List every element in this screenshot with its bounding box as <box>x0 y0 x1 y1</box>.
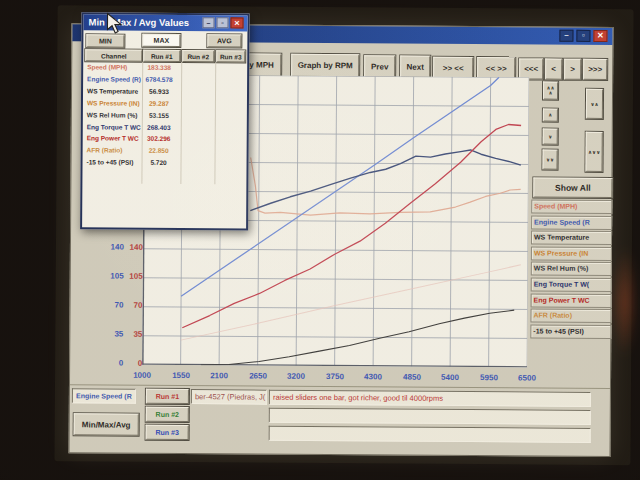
channel-name: AFR (Ratio) <box>87 146 123 153</box>
legend-scroll-button-1[interactable]: ∧ <box>543 109 558 122</box>
column-header-run2: Run #2 <box>182 50 214 62</box>
run-label-2[interactable]: Run #2 <box>146 407 189 422</box>
toolbar-button-4[interactable]: >> << <box>433 57 473 79</box>
channel-name: WS Rel Hum (%) <box>87 111 138 118</box>
dialog-row-3: WS Pressure (IN)29.287 <box>83 99 247 111</box>
minmaxavg-dialog: Min / Max / Avg Values – ▫ ✕ MIN MAX AVG… <box>80 12 250 230</box>
run1-value: 53.155 <box>138 112 180 119</box>
legend-item-4[interactable]: WS Rel Hum (%) <box>531 261 612 276</box>
channel-name: WS Pressure (IN) <box>87 99 140 106</box>
dialog-row-4: WS Rel Hum (%)53.155 <box>83 111 247 123</box>
toolbar-button-1[interactable]: Graph by RPM <box>291 54 359 77</box>
x-tick-3: 2650 <box>243 371 273 381</box>
legend-scroll-button-3[interactable]: ∨∨ <box>542 150 557 170</box>
run-label-1[interactable]: Run #1 <box>146 389 189 404</box>
dialog-title: Min / Max / Avg Values <box>88 16 189 28</box>
y-tick-blue-4: 0 <box>97 358 123 368</box>
legend-scroll-button-4[interactable]: ∨∧ <box>586 89 603 119</box>
x-channel-selector[interactable]: Engine Speed (R <box>72 388 136 403</box>
series-afr-ratio <box>250 158 521 217</box>
run1-value: 22.850 <box>138 147 180 154</box>
x-tick-9: 5950 <box>474 373 504 383</box>
toolbar-button-5[interactable]: << >> <box>477 57 515 79</box>
legend-item-6[interactable]: Eng Power T WC <box>531 293 612 308</box>
legend-item-3[interactable]: WS Pressure (IN <box>531 246 612 261</box>
legend-item-8[interactable]: -15 to +45 (PSI) <box>530 324 611 339</box>
x-tick-2: 2100 <box>204 371 234 381</box>
legend-scroll-button-0[interactable]: ∧∧∧ <box>543 82 558 100</box>
mouse-cursor <box>106 13 122 35</box>
dialog-close-button[interactable]: ✕ <box>230 17 243 28</box>
min-max-avg-button[interactable]: Min/Max/Avg <box>74 413 139 435</box>
y-tick-red-0: 140 <box>126 243 143 253</box>
y-tick-blue-0: 140 <box>98 242 124 252</box>
x-tick-7: 4850 <box>397 373 427 383</box>
legend-scroll-button-2[interactable]: ∨ <box>543 129 558 145</box>
run1-value: 56.933 <box>138 88 180 95</box>
run1-value: 29.287 <box>138 100 180 107</box>
run1-value: 268.403 <box>138 124 180 131</box>
dialog-row-0: Speed (MPH)183.338 <box>83 63 247 75</box>
column-header-run3: Run #3 <box>216 50 245 62</box>
run-comment-field-2[interactable] <box>269 408 591 425</box>
x-tick-10: 6500 <box>512 373 542 383</box>
max-mode-button[interactable]: MAX <box>142 34 180 47</box>
legend-scroll-button-5[interactable]: ∧∨∨ <box>585 132 602 172</box>
y-tick-blue-3: 35 <box>97 329 123 339</box>
window-minimize-button[interactable]: – <box>559 30 573 42</box>
dialog-row-6: Eng Power T WC302.296 <box>83 134 247 146</box>
dialog-row-8: -15 to +45 (PSI)5.720 <box>82 158 246 170</box>
run1-value: 183.338 <box>138 64 180 71</box>
channel-name: WS Temperature <box>87 87 138 94</box>
show-all-button[interactable]: Show All <box>533 177 612 198</box>
channel-name: Eng Power T WC <box>87 134 139 141</box>
channel-name: Eng Torque T WC <box>87 123 141 130</box>
channel-name: -15 to +45 (PSI) <box>87 158 134 165</box>
run-file-field[interactable]: ber-4527 (Piedras, J( <box>191 389 267 405</box>
legend-item-7[interactable]: AFR (Ratio) <box>530 308 611 323</box>
toolbar-button-8[interactable]: > <box>564 59 581 80</box>
channel-name: Engine Speed (R) <box>87 75 141 82</box>
legend-item-2[interactable]: WS Temperature <box>531 230 612 245</box>
legend-item-0[interactable]: Speed (MPH) <box>531 199 612 214</box>
column-header-channel: Channel <box>85 49 142 61</box>
x-tick-1: 1550 <box>166 371 196 381</box>
channel-name: Speed (MPH) <box>87 63 127 70</box>
y-tick-red-2: 70 <box>126 301 143 311</box>
legend-item-5[interactable]: Eng Torque T W( <box>531 277 612 292</box>
dialog-minimize-button[interactable]: – <box>202 17 214 28</box>
x-tick-0: 1000 <box>127 371 157 381</box>
y-tick-blue-2: 70 <box>98 300 124 310</box>
toolbar-button-6[interactable]: <<< <box>519 58 543 79</box>
y-tick-red-3: 35 <box>125 330 142 340</box>
window-maximize-button[interactable]: ▫ <box>576 30 590 42</box>
run1-value: 6784.578 <box>138 76 180 83</box>
column-header-run1: Run #1 <box>143 50 180 62</box>
x-tick-5: 3750 <box>320 372 350 382</box>
dialog-row-1: Engine Speed (R)6784.578 <box>83 75 247 87</box>
toolbar-button-3[interactable]: Next <box>400 56 430 78</box>
run-comment-field-3[interactable] <box>269 426 591 443</box>
run-comment-field-1[interactable]: raised sliders one bar, got richer, good… <box>269 390 591 407</box>
x-tick-8: 5400 <box>435 373 465 383</box>
avg-mode-button[interactable]: AVG <box>207 34 241 47</box>
run-label-3[interactable]: Run #3 <box>146 425 189 440</box>
dialog-row-2: WS Temperature56.933 <box>83 87 247 99</box>
x-tick-6: 4300 <box>358 372 388 382</box>
run1-value: 5.720 <box>138 159 180 166</box>
run1-value: 302.296 <box>138 135 180 142</box>
toolbar-button-9[interactable]: >>> <box>583 59 607 80</box>
toolbar-button-2[interactable]: Prev <box>364 55 395 77</box>
dialog-row-7: AFR (Ratio)22.850 <box>83 146 247 158</box>
y-tick-blue-1: 105 <box>98 271 124 281</box>
y-tick-red-4: 0 <box>125 359 142 369</box>
series-speed-mph <box>181 262 521 342</box>
toolbar-button-7[interactable]: < <box>545 59 562 80</box>
dialog-maximize-button[interactable]: ▫ <box>216 17 228 28</box>
x-tick-4: 3200 <box>281 372 311 382</box>
window-close-button[interactable]: ✕ <box>593 30 607 42</box>
screen-glare <box>611 247 638 357</box>
min-mode-button[interactable]: MIN <box>86 34 124 47</box>
legend-item-1[interactable]: Engine Speed (R <box>531 215 612 230</box>
monitor-photo: – ▫ ✕ Graph by MPHGraph by RPMPrevNext>>… <box>0 0 640 480</box>
